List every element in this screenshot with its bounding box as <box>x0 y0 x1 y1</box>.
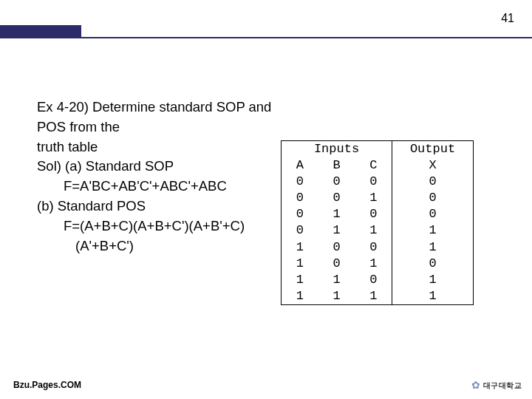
table-row: 1111 <box>282 288 474 305</box>
table-row: 0000 <box>282 174 474 190</box>
dgu-logo-icon: ✿ <box>471 379 480 392</box>
table-header-row: Inputs Output <box>282 141 474 158</box>
cell-b: 1 <box>318 272 355 288</box>
table-row: 1101 <box>282 272 474 288</box>
cell-x: 1 <box>392 288 474 305</box>
col-c-header: C <box>355 157 392 174</box>
cell-c: 1 <box>355 288 392 305</box>
cell-a: 0 <box>282 206 318 222</box>
footer-logo: ✿ 대구대학교 <box>471 379 522 392</box>
text-line: Sol) (a) Standard SOP <box>37 157 281 177</box>
cell-c: 0 <box>355 272 392 288</box>
col-a-header: A <box>282 157 318 174</box>
dgu-logo-text: 대구대학교 <box>483 381 522 391</box>
cell-b: 0 <box>318 239 355 256</box>
cell-x: 1 <box>392 222 474 239</box>
cell-c: 1 <box>355 190 392 206</box>
cell-c: 0 <box>355 239 392 256</box>
text-column: Ex 4-20) Determine standard SOP and POS … <box>37 98 281 256</box>
text-line: (b) Standard POS <box>37 197 281 216</box>
cell-b: 1 <box>318 222 355 239</box>
text-line: truth table <box>37 137 281 157</box>
page-number: 41 <box>501 12 514 25</box>
cell-c: 0 <box>355 174 392 190</box>
cell-x: 0 <box>392 174 474 190</box>
cell-x: 1 <box>392 272 474 288</box>
table-subheader-row: A B C X <box>282 157 474 174</box>
cell-a: 1 <box>282 288 318 305</box>
cell-a: 0 <box>282 222 318 239</box>
footer-text: Bzu.Pages.COM <box>13 380 81 390</box>
col-x-header: X <box>392 157 474 174</box>
cell-a: 0 <box>282 190 318 206</box>
header-bar <box>0 0 532 37</box>
cell-b: 0 <box>318 190 355 206</box>
table-row: 0100 <box>282 206 474 222</box>
cell-b: 0 <box>318 256 355 272</box>
cell-a: 1 <box>282 239 318 256</box>
table-row: 0111 <box>282 222 474 239</box>
cell-x: 0 <box>392 206 474 222</box>
cell-x: 1 <box>392 239 474 256</box>
col-b-header: B <box>318 157 355 174</box>
output-header: Output <box>392 141 474 158</box>
cell-x: 0 <box>392 190 474 206</box>
cell-a: 1 <box>282 256 318 272</box>
slide-content: Ex 4-20) Determine standard SOP and POS … <box>37 98 495 305</box>
cell-b: 1 <box>318 288 355 305</box>
cell-c: 0 <box>355 206 392 222</box>
cell-c: 1 <box>355 256 392 272</box>
cell-b: 0 <box>318 174 355 190</box>
text-line: Ex 4-20) Determine standard SOP and POS … <box>37 98 281 137</box>
inputs-header: Inputs <box>282 141 392 158</box>
table-row: 1010 <box>282 256 474 272</box>
cell-c: 1 <box>355 222 392 239</box>
header-divider <box>0 37 532 38</box>
text-line: F=A'BC+AB'C'+ABC'+ABC <box>37 177 281 197</box>
cell-a: 1 <box>282 272 318 288</box>
truth-table: Inputs Output A B C X 0000 0010 0100 011… <box>281 140 474 305</box>
cell-x: 0 <box>392 256 474 272</box>
table-row: 0010 <box>282 190 474 206</box>
truth-table-wrap: Inputs Output A B C X 0000 0010 0100 011… <box>281 140 474 305</box>
cell-a: 0 <box>282 174 318 190</box>
table-row: 1001 <box>282 239 474 256</box>
text-line: (A'+B+C') <box>37 236 281 256</box>
cell-b: 1 <box>318 206 355 222</box>
text-line: F=(A+B+C)(A+B+C')(A+B'+C) <box>37 216 281 236</box>
